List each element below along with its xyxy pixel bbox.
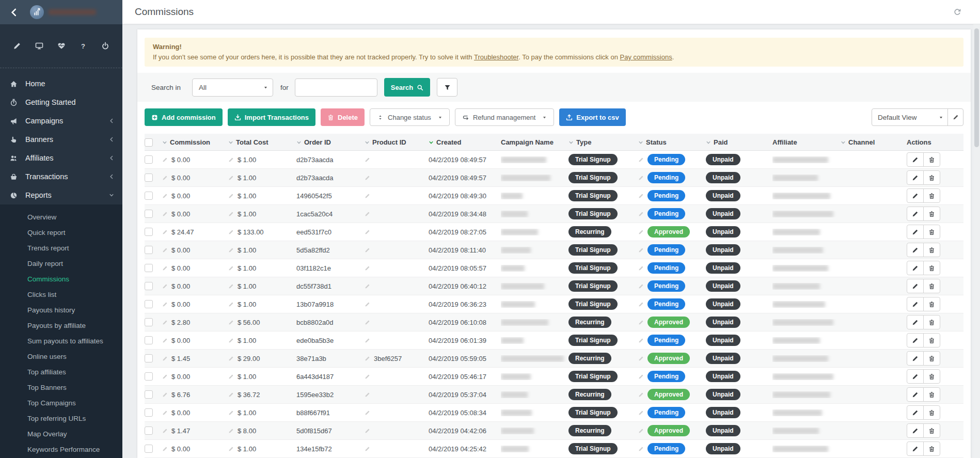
edit-pencil-icon[interactable] <box>365 446 370 452</box>
edit-row-button[interactable] <box>907 441 924 456</box>
edit-pencil-icon[interactable] <box>365 175 370 181</box>
troubleshooter-link[interactable]: Troubleshooter <box>474 53 518 61</box>
edit-pencil-icon[interactable] <box>228 193 234 199</box>
edit-row-button[interactable] <box>907 369 924 384</box>
delete-row-button[interactable] <box>923 152 940 167</box>
row-checkbox[interactable] <box>145 445 153 453</box>
column-header-product-id[interactable]: Product ID <box>365 134 429 151</box>
sidebar-subitem-quick-report[interactable]: Quick report <box>0 225 122 240</box>
row-checkbox[interactable] <box>145 155 153 164</box>
edit-pencil-icon[interactable] <box>228 338 234 343</box>
edit-pencil-icon[interactable] <box>162 356 168 361</box>
sort-caret-icon[interactable] <box>365 140 370 145</box>
row-checkbox[interactable] <box>145 427 153 435</box>
collapse-sidebar-button[interactable] <box>5 4 23 21</box>
row-checkbox[interactable] <box>145 246 153 254</box>
edit-pencil-icon[interactable] <box>228 374 234 380</box>
edit-pencil-icon[interactable] <box>228 446 234 452</box>
edit-pencil-icon[interactable] <box>365 410 370 416</box>
delete-row-button[interactable] <box>923 170 940 185</box>
edit-pencil-icon[interactable] <box>638 302 644 307</box>
row-checkbox[interactable] <box>145 336 153 344</box>
row-checkbox[interactable] <box>145 210 153 218</box>
edit-pencil-icon[interactable] <box>365 157 370 163</box>
column-header-order-id[interactable]: Order ID <box>296 134 365 151</box>
column-header-total-cost[interactable]: Total Cost <box>228 134 296 151</box>
edit-pencil-icon[interactable] <box>162 211 168 217</box>
edit-pencil-icon[interactable] <box>228 392 234 398</box>
edit-pencil-icon[interactable] <box>638 428 644 434</box>
edit-pencil-icon[interactable] <box>638 320 644 325</box>
edit-pencil-icon[interactable] <box>162 428 168 434</box>
import-transactions-button[interactable]: Import Transactions <box>228 108 315 126</box>
row-checkbox[interactable] <box>145 264 153 272</box>
edit-pencil-icon[interactable] <box>365 374 370 380</box>
delete-row-button[interactable] <box>923 188 940 203</box>
edit-row-button[interactable] <box>907 315 924 329</box>
sidebar-subitem-keywords-performance[interactable]: Keywords Performance <box>0 441 122 457</box>
column-header-affiliate[interactable]: Affiliate <box>772 134 841 151</box>
sidebar-item-transactions[interactable]: Transactions <box>0 167 122 186</box>
edit-row-button[interactable] <box>907 207 924 221</box>
edit-pencil-icon[interactable] <box>228 302 234 307</box>
row-checkbox[interactable] <box>145 173 153 182</box>
edit-pencil-icon[interactable] <box>162 175 168 181</box>
edit-pencil-icon[interactable] <box>638 283 644 289</box>
sidebar-item-banners[interactable]: Banners <box>0 130 122 149</box>
question-button[interactable] <box>77 40 89 52</box>
edit-pencil-icon[interactable] <box>365 193 370 199</box>
change-status-dropdown[interactable]: Change status <box>370 108 450 126</box>
sort-caret-icon[interactable] <box>296 140 302 145</box>
edit-pencil-icon[interactable] <box>365 320 370 325</box>
sidebar-subitem-top-campaigns[interactable]: Top Campaigns <box>0 395 122 410</box>
edit-row-button[interactable] <box>907 387 924 402</box>
sidebar-item-reports[interactable]: Reports <box>0 186 122 204</box>
edit-pencil-icon[interactable] <box>162 446 168 452</box>
export-csv-button[interactable]: Export to csv <box>559 108 625 126</box>
column-header-status[interactable]: Status <box>638 134 706 151</box>
delete-row-button[interactable] <box>923 315 940 329</box>
row-checkbox[interactable] <box>145 318 153 326</box>
edit-row-button[interactable] <box>907 279 924 293</box>
delete-row-button[interactable] <box>923 423 940 438</box>
edit-row-button[interactable] <box>907 351 924 366</box>
delete-row-button[interactable] <box>923 441 940 456</box>
column-header-actions[interactable]: Actions <box>907 134 963 151</box>
edit-pencil-icon[interactable] <box>228 283 234 289</box>
sidebar-subitem-map-overlay[interactable]: Map Overlay <box>0 426 122 441</box>
sort-caret-icon[interactable] <box>429 140 434 145</box>
edit-pencil-icon[interactable] <box>228 229 234 235</box>
heartbeat-button[interactable] <box>56 40 67 52</box>
sidebar-subitem-overview[interactable]: Overview <box>0 209 122 225</box>
edit-pencil-icon[interactable] <box>638 338 644 343</box>
column-header-commission[interactable]: Commission <box>162 134 228 151</box>
sidebar-item-campaigns[interactable]: Campaigns <box>0 112 122 130</box>
power-button[interactable] <box>100 40 111 52</box>
edit-pencil-icon[interactable] <box>162 374 168 380</box>
edit-pencil-icon[interactable] <box>638 211 644 217</box>
row-checkbox[interactable] <box>145 390 153 399</box>
sidebar-subitem-clicks-list[interactable]: Clicks list <box>0 287 122 302</box>
sidebar-subitem-top-banners[interactable]: Top Banners <box>0 380 122 395</box>
edit-row-button[interactable] <box>907 225 924 239</box>
monitor-button[interactable] <box>34 40 45 52</box>
edit-pencil-icon[interactable] <box>365 211 370 217</box>
sort-caret-icon[interactable] <box>638 140 643 145</box>
delete-row-button[interactable] <box>923 333 940 348</box>
edit-pencil-icon[interactable] <box>228 247 234 253</box>
delete-button[interactable]: Delete <box>321 108 365 126</box>
edit-pencil-icon[interactable] <box>365 356 370 361</box>
edit-pencil-icon[interactable] <box>228 356 234 361</box>
edit-pencil-icon[interactable] <box>162 283 168 289</box>
sidebar-subitem-daily-report[interactable]: Daily report <box>0 256 122 271</box>
edit-pencil-icon[interactable] <box>638 374 644 380</box>
pencil-button[interactable] <box>11 40 23 52</box>
column-header-created[interactable]: Created <box>429 134 501 151</box>
pay-commissions-link[interactable]: Pay commissions <box>620 53 672 61</box>
column-header-type[interactable]: Type <box>568 134 638 151</box>
filter-button[interactable] <box>437 78 457 97</box>
sidebar-subitem-online-users[interactable]: Online users <box>0 349 122 364</box>
edit-pencil-icon[interactable] <box>638 175 644 181</box>
edit-pencil-icon[interactable] <box>162 410 168 416</box>
edit-pencil-icon[interactable] <box>228 157 234 163</box>
